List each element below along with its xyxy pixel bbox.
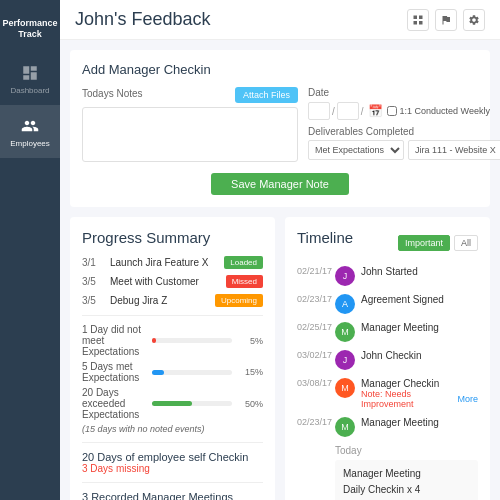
tl-date: 03/08/17: [297, 378, 329, 388]
tl-title: Manager Meeting: [361, 417, 478, 428]
calendar-icon[interactable]: 📅: [368, 104, 383, 118]
main-content: John's Feedback Add Manager Checkin To: [60, 0, 500, 500]
stat-row: 1 Day did not meet Expectations 5%: [82, 324, 263, 357]
item-text: Meet with Customer: [110, 276, 220, 287]
form-right: Date / / 📅 1:1 Conducted Weekly: [308, 87, 478, 165]
attach-files-button[interactable]: Attach Files: [235, 87, 298, 103]
tl-content: Manager Checkin Note: Needs Improvement …: [361, 378, 478, 409]
page-title: John's Feedback: [75, 9, 211, 30]
list-item: Manager Meeting: [343, 466, 470, 482]
item-date: 3/5: [82, 276, 104, 287]
divider2: [82, 442, 263, 443]
tab-all[interactable]: All: [454, 235, 478, 251]
left-column: Progress Summary 3/1 Launch Jira Feature…: [70, 217, 275, 500]
progress-items-list: 3/1 Launch Jira Feature X Loaded 3/5 Mee…: [82, 256, 263, 307]
expectations-select[interactable]: Met Expectations: [308, 140, 404, 160]
avatar: M: [335, 417, 355, 437]
tab-important[interactable]: Important: [398, 235, 450, 251]
header-actions: [407, 9, 485, 31]
tl-date: 03/02/17: [297, 350, 329, 360]
sidebar: Performance Track Dashboard Employees: [0, 0, 60, 500]
manager-meetings-stat: 3 Recorded Manager Meetings Next Meeting…: [82, 491, 263, 500]
list-item: 3/1 Launch Jira Feature X Loaded: [82, 256, 263, 269]
grid-button[interactable]: [407, 9, 429, 31]
list-item: Daily Checkin x 4: [343, 482, 470, 498]
employees-icon: [16, 115, 44, 137]
stat-row: 20 Days exceeded Expectations 50%: [82, 387, 263, 420]
today-list: Manager Meeting Daily Checkin x 4 Delive…: [335, 460, 478, 500]
stat-bar-fill: [152, 370, 164, 375]
avatar: J: [335, 350, 355, 370]
avatar: A: [335, 294, 355, 314]
tl-title: John Started: [361, 266, 478, 277]
progress-title: Progress Summary: [82, 229, 263, 246]
tl-note: Note: Needs Improvement: [361, 389, 453, 409]
save-btn-wrap: Save Manager Note: [82, 173, 478, 195]
divider: [82, 315, 263, 316]
self-checkin-title: 20 Days of employee self Checkin: [82, 451, 263, 463]
checkin-section: Add Manager Checkin Todays Notes Attach …: [70, 50, 490, 207]
page-header: John's Feedback: [60, 0, 500, 40]
date-label: Date: [308, 87, 478, 98]
avatar: M: [335, 378, 355, 398]
tl-content: Manager Meeting: [361, 417, 478, 428]
progress-card: Progress Summary 3/1 Launch Jira Feature…: [70, 217, 275, 500]
date-input-month[interactable]: [308, 102, 330, 120]
date-row: / / 📅 1:1 Conducted Weekly: [308, 102, 478, 120]
sidebar-label-employees: Employees: [10, 139, 50, 148]
tl-date: 02/21/17: [297, 266, 329, 276]
sidebar-item-employees[interactable]: Employees: [0, 105, 60, 158]
timeline-tabs: Important All: [398, 235, 478, 251]
flag-button[interactable]: [435, 9, 457, 31]
item-badge: Loaded: [224, 256, 263, 269]
weekly-checkbox[interactable]: [387, 106, 397, 116]
notes-header: Todays Notes Attach Files: [82, 87, 298, 103]
weekly-label: 1:1 Conducted Weekly: [387, 106, 490, 116]
jira-select[interactable]: Jira 111 - Website X: [408, 140, 500, 160]
stat-row: 5 Days met Expectations 15%: [82, 361, 263, 383]
item-text: Debug Jira Z: [110, 295, 209, 306]
save-manager-note-button[interactable]: Save Manager Note: [211, 173, 349, 195]
timeline-header: Timeline Important All: [297, 229, 478, 256]
tl-title: Manager Meeting: [361, 322, 478, 333]
item-badge: Missed: [226, 275, 263, 288]
item-date: 3/1: [82, 257, 104, 268]
item-badge: Upcoming: [215, 294, 263, 307]
checkin-form: Todays Notes Attach Files Date / / 📅: [82, 87, 478, 165]
tl-content: Agreement Signed: [361, 294, 478, 305]
manager-meetings-title: 3 Recorded Manager Meetings: [82, 491, 263, 500]
timeline-title: Timeline: [297, 229, 353, 246]
dashboard-icon: [16, 62, 44, 84]
right-column: Timeline Important All 02/21/17 J John S…: [285, 217, 490, 500]
tl-content: John Checkin: [361, 350, 478, 361]
self-checkin-sub: 3 Days missing: [82, 463, 263, 474]
stat-note: (15 days with no noted events): [82, 424, 263, 434]
tl-date: 02/23/17: [297, 417, 329, 427]
stat-bar-track: [152, 370, 232, 375]
sidebar-logo: Performance Track: [0, 10, 62, 52]
date-input-day[interactable]: [337, 102, 359, 120]
checkin-title: Add Manager Checkin: [82, 62, 478, 77]
stat-bar-track: [152, 338, 232, 343]
stat-bar-fill: [152, 401, 192, 406]
deliverables-selects: Met Expectations Jira 111 - Website X: [308, 140, 478, 160]
tl-content: Manager Meeting: [361, 322, 478, 333]
timeline-event: 02/23/17 A Agreement Signed: [297, 294, 478, 314]
tl-date: 02/25/17: [297, 322, 329, 332]
tl-date: 02/23/17: [297, 294, 329, 304]
date-inputs: / / 📅: [308, 102, 383, 120]
stat-bar-track: [152, 401, 232, 406]
form-left: Todays Notes Attach Files: [82, 87, 298, 165]
tl-title: Manager Checkin: [361, 378, 478, 389]
stats-list: 1 Day did not meet Expectations 5% 5 Day…: [82, 324, 263, 420]
list-item: 3/5 Meet with Customer Missed: [82, 275, 263, 288]
item-text: Launch Jira Feature X: [110, 257, 218, 268]
avatar: J: [335, 266, 355, 286]
tl-more-link[interactable]: More: [457, 394, 478, 404]
timeline-event: 03/02/17 J John Checkin: [297, 350, 478, 370]
sidebar-item-dashboard[interactable]: Dashboard: [0, 52, 60, 105]
avatar: M: [335, 322, 355, 342]
grid-icon: [412, 14, 424, 26]
notes-textarea[interactable]: [82, 107, 298, 162]
settings-button[interactable]: [463, 9, 485, 31]
